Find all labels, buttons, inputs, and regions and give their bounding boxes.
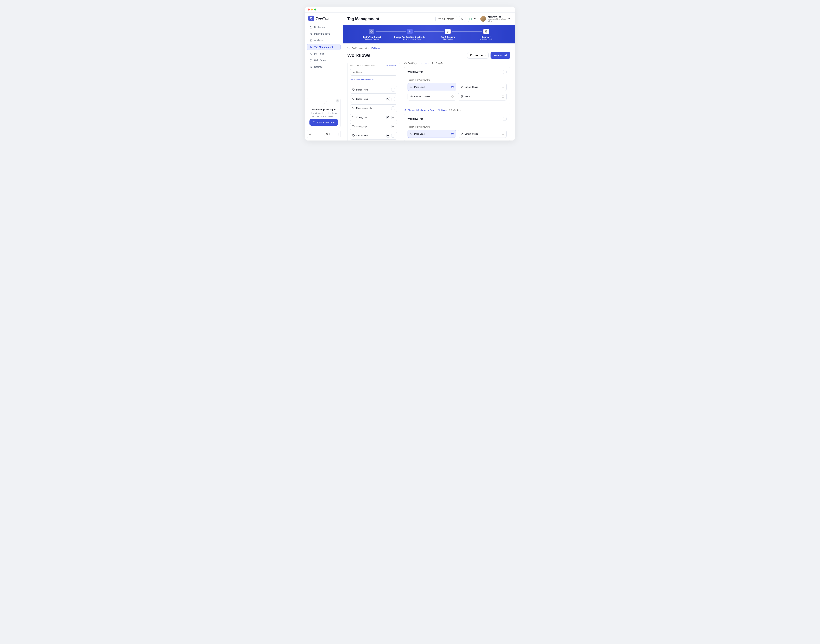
config-tag[interactable]: Sales [438, 109, 447, 112]
layers-icon[interactable] [386, 134, 390, 138]
svg-point-10 [371, 31, 372, 32]
workflow-item[interactable]: Scroll_depth [350, 123, 397, 130]
user-role: Admin [488, 20, 506, 22]
config-tag-label: Sales [441, 109, 447, 111]
gear-icon [309, 65, 312, 68]
sidebar-item-tag-management[interactable]: Tag Management [307, 44, 341, 50]
stepper: Set Up Your Project Platform & Domain Ch… [343, 25, 515, 43]
gear-icon [369, 29, 375, 34]
step-summary[interactable]: Summary Verifying all Info [467, 29, 505, 40]
panel-sublabel: Trigger This Workflow On [407, 126, 507, 128]
sidebar-item-marketing[interactable]: Marketing Tools [307, 31, 341, 37]
search-box[interactable] [350, 69, 397, 75]
ads-icon [404, 61, 407, 65]
workflow-item-label: Video_play [356, 116, 385, 118]
sidebar-item-help[interactable]: Help Center [307, 57, 341, 63]
trigger-option[interactable]: Scroll [458, 93, 507, 101]
add-button[interactable] [391, 88, 395, 92]
add-button[interactable] [391, 106, 395, 110]
close-dot[interactable] [308, 9, 310, 11]
config-tag[interactable]: Shopify [432, 61, 443, 65]
logout-button[interactable] [334, 132, 338, 136]
config-block: Checkout Confirmation PageSalesWordpress… [404, 109, 510, 141]
maximize-dot[interactable] [314, 9, 316, 11]
step-title: Summary [467, 36, 505, 38]
add-title-button[interactable] [503, 70, 507, 74]
breadcrumb-item[interactable]: Workflows [371, 47, 380, 49]
logout-label[interactable]: Log Out [322, 133, 333, 135]
sidebar-item-dashboard[interactable]: Dashboard [307, 24, 341, 30]
search-icon [352, 71, 355, 74]
svg-marker-8 [314, 122, 315, 123]
svg-point-3 [310, 53, 311, 54]
workflow-item[interactable]: Button_click [350, 86, 397, 94]
layers-icon[interactable] [386, 97, 390, 101]
add-button[interactable] [391, 97, 395, 101]
config-tag[interactable]: Wordpress [449, 109, 463, 112]
section-title: Workflows [347, 53, 467, 58]
workflow-count[interactable]: 30 Workflows [386, 64, 397, 67]
promo-card: ✕ Introducing CoreTag AI AI is advanced … [307, 98, 341, 128]
tag-icon [352, 125, 355, 128]
workflow-item[interactable]: Form_submission [350, 104, 397, 112]
target-icon [407, 29, 413, 34]
sidebar-item-label: Dashboard [314, 26, 326, 29]
promo-close-button[interactable]: ✕ [336, 99, 339, 103]
need-help-button[interactable]: Need Help ? [467, 52, 488, 58]
tag-icon [461, 86, 463, 89]
add-title-button[interactable] [503, 117, 507, 121]
minimize-dot[interactable] [311, 9, 313, 11]
watch-demo-button[interactable]: Watch a 1-min demo [309, 119, 338, 126]
sidebar-item-label: Help Center [314, 59, 327, 61]
config-tag[interactable]: Leads [420, 61, 429, 65]
trigger-option[interactable]: Page Load [407, 83, 456, 91]
trigger-option[interactable]: Element Visibility [407, 93, 456, 101]
config-tag[interactable]: Cart Page [404, 61, 418, 65]
search-input[interactable] [356, 71, 395, 73]
language-selector[interactable] [468, 16, 478, 22]
sidebar-item-profile[interactable]: My Profile [307, 51, 341, 57]
sidebar-item-settings[interactable]: Settings [307, 64, 341, 70]
workflow-item[interactable]: Button_click [350, 95, 397, 103]
promo-title: Introducing CoreTag AI [309, 108, 338, 111]
workflow-list-panel: Select and sort all workflows. 30 Workfl… [347, 61, 400, 141]
trigger-label: Page Load [414, 133, 450, 135]
tag-icon [461, 132, 463, 135]
notifications-button[interactable] [459, 16, 465, 22]
help-label: Need Help ? [474, 54, 486, 57]
step-tracking[interactable]: Choose Ads Tracking & Networks Specific … [391, 29, 429, 40]
step-setup[interactable]: Set Up Your Project Platform & Domain [353, 29, 391, 40]
workflow-item[interactable]: Video_play [350, 113, 397, 121]
user-menu[interactable]: John Onyena johnonyena0@gmail.com Admin [481, 15, 510, 22]
go-premium-button[interactable]: Go Premium [435, 15, 457, 22]
svg-point-15 [470, 54, 472, 56]
trigger-option[interactable]: Page Load [407, 130, 456, 138]
save-draft-button[interactable]: Save as Draft [490, 52, 510, 59]
panel-title: Workflow Title [407, 118, 503, 120]
workflow-item-label: Add_to_cart [356, 135, 385, 137]
trigger-option[interactable]: Button_Clicks [458, 83, 507, 91]
svg-point-28 [421, 62, 422, 63]
workflow-item[interactable]: Add_to_cart [350, 132, 397, 140]
config-tag[interactable]: Checkout Confirmation Page [404, 109, 435, 112]
sidebar-nav: Dashboard Marketing Tools Analytics Tag … [307, 24, 341, 70]
step-title: Tag & Triggers [429, 36, 467, 38]
add-button[interactable] [391, 125, 395, 128]
brand[interactable]: C CoreTag [307, 15, 341, 24]
create-workflow-button[interactable]: Create New Workflow [350, 77, 397, 84]
key-icon [309, 133, 320, 136]
add-button[interactable] [391, 116, 395, 119]
add-button[interactable] [391, 134, 395, 138]
svg-point-11 [409, 31, 411, 32]
layers-icon[interactable] [386, 116, 390, 119]
trigger-option[interactable]: Button_Clicks [458, 130, 507, 138]
breadcrumb-item[interactable]: Tag Management [352, 47, 367, 49]
config-tag-label: Leads [424, 62, 429, 64]
sidebar-item-analytics[interactable]: Analytics [307, 37, 341, 43]
user-name: John Onyena [488, 15, 506, 18]
radio-icon [451, 133, 454, 135]
help-icon [470, 54, 473, 57]
step-triggers[interactable]: Tag & Triggers Fine Tuning [429, 29, 467, 40]
promo-cta-label: Watch a 1-min demo [317, 121, 335, 124]
breadcrumb: Tag Management › Workflows [347, 47, 510, 50]
